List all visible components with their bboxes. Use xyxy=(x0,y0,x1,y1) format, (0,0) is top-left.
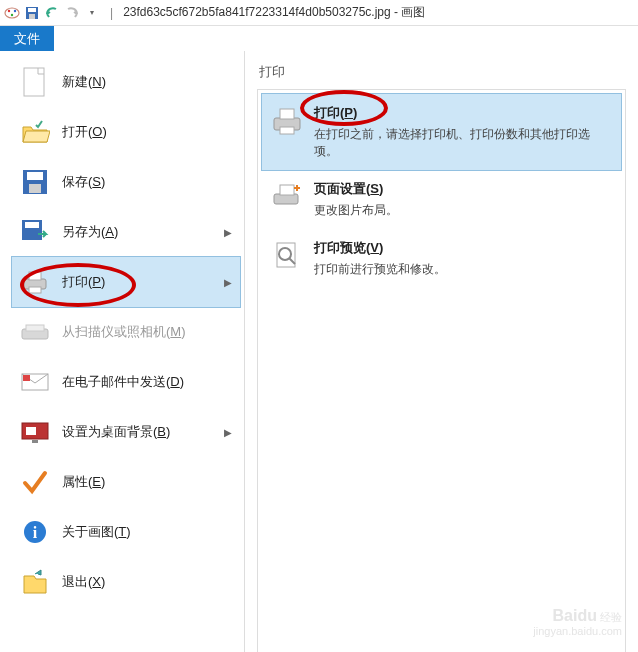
print-submenu-panel: 打印 打印(P) 在打印之前，请选择打印机、打印份数和其他打印选项。 页面设置(… xyxy=(245,51,638,652)
exit-icon xyxy=(18,565,52,599)
menu-about[interactable]: i 关于画图(T) xyxy=(12,507,240,557)
svg-rect-12 xyxy=(25,222,39,228)
submenu-print-preview[interactable]: 打印预览(V) 打印前进行预览和修改。 xyxy=(262,229,621,288)
svg-rect-29 xyxy=(280,185,294,195)
svg-rect-17 xyxy=(26,325,44,331)
svg-rect-14 xyxy=(29,272,41,280)
checkmark-icon xyxy=(18,465,52,499)
submenu-page-setup[interactable]: 页面设置(S) 更改图片布局。 xyxy=(262,170,621,229)
menu-open[interactable]: 打开(O) xyxy=(12,107,240,157)
chevron-right-icon: ▶ xyxy=(224,277,232,288)
svg-rect-27 xyxy=(280,127,294,134)
magnifier-icon xyxy=(270,239,304,273)
redo-icon[interactable] xyxy=(64,5,80,21)
document-icon xyxy=(18,65,52,99)
titlebar: ▾ | 23fd63c5cf672b5fa841f7223314f4d0b503… xyxy=(0,0,638,26)
menu-print[interactable]: 打印(P) ▶ xyxy=(12,257,240,307)
qat-dropdown-icon[interactable]: ▾ xyxy=(84,5,100,21)
menu-save[interactable]: 保存(S) xyxy=(12,157,240,207)
svg-point-2 xyxy=(14,9,16,11)
svg-rect-22 xyxy=(32,440,38,443)
svg-rect-5 xyxy=(28,8,36,12)
menu-exit[interactable]: 退出(X) xyxy=(12,557,240,607)
chevron-right-icon: ▶ xyxy=(224,227,232,238)
printer-icon xyxy=(18,265,52,299)
svg-rect-21 xyxy=(26,427,36,435)
info-icon: i xyxy=(18,515,52,549)
desktop-icon xyxy=(18,415,52,449)
watermark: Baidu 经验jingyan.baidu.com xyxy=(533,606,622,638)
svg-rect-9 xyxy=(27,172,43,180)
submenu-print[interactable]: 打印(P) 在打印之前，请选择打印机、打印份数和其他打印选项。 xyxy=(262,94,621,170)
window-title: 23fd63c5cf672b5fa841f7223314f4d0b503275c… xyxy=(123,4,425,21)
envelope-icon xyxy=(18,365,52,399)
svg-rect-7 xyxy=(24,68,44,96)
page-setup-icon xyxy=(270,180,304,214)
printer-icon xyxy=(270,104,304,138)
floppy-icon xyxy=(18,165,52,199)
save-icon[interactable] xyxy=(24,5,40,21)
chevron-right-icon: ▶ xyxy=(224,427,232,438)
app-icon[interactable] xyxy=(4,5,20,21)
ribbon-tabs: 文件 xyxy=(0,26,638,51)
menu-email[interactable]: 在电子邮件中发送(D) xyxy=(12,357,240,407)
floppy-arrow-icon xyxy=(18,215,52,249)
svg-rect-26 xyxy=(280,109,294,119)
folder-open-icon xyxy=(18,115,52,149)
svg-rect-19 xyxy=(23,375,30,381)
undo-icon[interactable] xyxy=(44,5,60,21)
svg-rect-10 xyxy=(29,184,41,193)
svg-rect-15 xyxy=(29,287,41,293)
svg-point-1 xyxy=(8,9,10,11)
svg-point-0 xyxy=(5,8,19,18)
svg-text:i: i xyxy=(33,524,38,541)
scanner-icon xyxy=(18,315,52,349)
menu-new[interactable]: 新建(N) xyxy=(12,57,240,107)
menu-saveas[interactable]: 另存为(A) ▶ xyxy=(12,207,240,257)
menu-desktop-bg[interactable]: 设置为桌面背景(B) ▶ xyxy=(12,407,240,457)
submenu-title: 打印 xyxy=(259,63,626,81)
menu-properties[interactable]: 属性(E) xyxy=(12,457,240,507)
file-menu: 新建(N) 打开(O) 保存(S) 另存为(A) ▶ 打印(P) ▶ 从扫描仪或… xyxy=(0,51,245,652)
svg-point-3 xyxy=(11,13,13,15)
svg-rect-6 xyxy=(29,14,35,19)
menu-scanner[interactable]: 从扫描仪或照相机(M) xyxy=(12,307,240,357)
tab-file[interactable]: 文件 xyxy=(0,26,54,51)
